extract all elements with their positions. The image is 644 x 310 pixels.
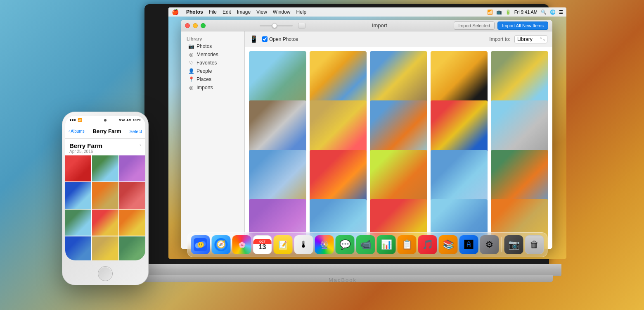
menu-edit[interactable]: Edit xyxy=(223,9,231,15)
photo-thumb[interactable] xyxy=(310,100,367,158)
photo-grid xyxy=(245,47,552,249)
sidebar-item-people[interactable]: 👤 People xyxy=(182,67,243,75)
photo-thumb[interactable] xyxy=(431,100,488,158)
sidebar-item-places[interactable]: 📍 Places xyxy=(182,75,243,83)
back-chevron-icon: ‹ xyxy=(69,129,70,134)
iphone-photo[interactable] xyxy=(92,182,118,208)
dock-photos[interactable]: 🌸 xyxy=(232,235,251,254)
svg-text:🌸: 🌸 xyxy=(238,241,246,248)
menu-image[interactable]: Image xyxy=(237,9,251,15)
photo-thumb[interactable] xyxy=(370,100,427,158)
dock-notes[interactable]: 📝 xyxy=(274,235,293,254)
iphone-screen: ●●● 📶 9:41 AM 100% ‹ Albums Berry Farm S… xyxy=(65,116,145,260)
iphone-body: ●●● 📶 9:41 AM 100% ‹ Albums Berry Farm S… xyxy=(62,112,149,285)
import-selected-button[interactable]: Import Selected xyxy=(454,21,495,30)
photo-thumb[interactable] xyxy=(491,51,548,109)
iphone-home-button[interactable] xyxy=(98,266,113,281)
iphone-album-title: Berry Farm xyxy=(69,142,141,149)
dock-itunes[interactable]: 🎵 xyxy=(418,235,437,254)
search-icon[interactable]: 🔍 xyxy=(541,10,547,15)
photo-thumb[interactable] xyxy=(249,100,306,158)
dock-finder[interactable]: 🙂 xyxy=(191,235,210,254)
imports-sidebar-icon: ◎ xyxy=(188,85,194,91)
places-sidebar-icon: 📍 xyxy=(188,76,194,82)
dock-trash[interactable]: 🗑 xyxy=(525,235,544,254)
iphone-select-button[interactable]: Select xyxy=(129,129,142,134)
photos-window: Import Import Selected Import All New It… xyxy=(181,20,552,249)
dock-safari[interactable]: 🧭 xyxy=(212,235,231,254)
iphone-photo[interactable] xyxy=(65,210,91,236)
maximize-button[interactable] xyxy=(201,23,206,28)
iphone-photo[interactable] xyxy=(92,210,118,236)
window-title: Import xyxy=(357,22,402,29)
iphone-photo[interactable] xyxy=(119,210,145,236)
dock-keynote[interactable]: 📋 xyxy=(398,235,417,254)
dock-calendar[interactable]: OCT 13 xyxy=(253,235,272,254)
iphone-photo[interactable] xyxy=(119,155,145,181)
menu-view[interactable]: View xyxy=(256,9,267,15)
dock-facetime[interactable]: 📹 xyxy=(356,235,375,254)
iphone-photo[interactable] xyxy=(65,236,91,260)
iphone-photo[interactable] xyxy=(92,155,118,181)
dock-numbers[interactable]: 📊 xyxy=(377,235,396,254)
phone-device-icon: 📱 xyxy=(250,35,258,43)
svg-text:📝: 📝 xyxy=(279,241,287,248)
dock-camera2[interactable]: 📷 xyxy=(504,235,523,254)
dock-pinwheel[interactable]: 🎡 xyxy=(315,235,334,254)
minimize-button[interactable] xyxy=(193,23,198,28)
open-photos-label[interactable]: Open Photos xyxy=(262,36,298,42)
photo-thumb[interactable] xyxy=(491,100,548,158)
photo-thumb[interactable] xyxy=(310,51,367,109)
photo-thumb[interactable] xyxy=(310,150,367,207)
menu-help[interactable]: Help xyxy=(296,9,307,15)
photo-thumb[interactable] xyxy=(431,150,488,207)
world-icon[interactable]: 🌐 xyxy=(550,10,556,15)
iphone-photo[interactable] xyxy=(65,182,91,208)
iphone-photo[interactable] xyxy=(119,236,145,260)
memories-sidebar-icon: ◎ xyxy=(188,52,194,57)
window-content: Library 📷 Photos ◎ Memories ♡ Favorites xyxy=(181,31,552,249)
view-toggle-btn[interactable] xyxy=(298,23,305,29)
sidebar-item-memories[interactable]: ◎ Memories xyxy=(182,50,243,59)
iphone-photo[interactable] xyxy=(119,182,145,208)
macbook-bottom-bezel xyxy=(124,264,561,276)
photo-thumb[interactable] xyxy=(370,150,427,207)
import-all-button[interactable]: Import All New Items xyxy=(497,21,548,30)
photos-sidebar-icon: 📷 xyxy=(188,43,194,49)
sidebar-item-favorites[interactable]: ♡ Favorites xyxy=(182,59,243,67)
dock-ibooks[interactable]: 📚 xyxy=(439,235,458,254)
sidebar-item-imports[interactable]: ◎ Imports xyxy=(182,83,243,92)
iphone-back-label: Albums xyxy=(71,129,84,134)
apple-menu-icon[interactable]: 🍎 xyxy=(172,9,179,15)
macbook-screen: 🍎 Photos File Edit Image View Window Hel… xyxy=(168,7,566,259)
menu-file[interactable]: File xyxy=(209,9,217,15)
menu-window[interactable]: Window xyxy=(273,9,291,15)
sidebar-item-photos[interactable]: 📷 Photos xyxy=(182,42,243,50)
photo-thumb[interactable] xyxy=(249,51,306,109)
dock-appstore[interactable]: 🅰 xyxy=(459,235,478,254)
photo-thumb[interactable] xyxy=(249,150,306,207)
import-to-select[interactable]: Library xyxy=(514,35,547,43)
dock-settings[interactable]: ⚙ xyxy=(480,235,499,254)
import-toolbar: 📱 Open Photos Import to: Library ⌃⌄ xyxy=(245,31,552,47)
open-photos-checkbox[interactable] xyxy=(262,36,268,42)
photo-thumb[interactable] xyxy=(370,51,427,109)
list-icon[interactable]: ☰ xyxy=(559,10,563,15)
clock: Fri 9:41 AM xyxy=(514,10,537,14)
app-menu-photos[interactable]: Photos xyxy=(186,9,203,15)
dock-weather[interactable]: 🌡 xyxy=(294,235,313,254)
iphone-photo[interactable] xyxy=(65,155,91,181)
dock-messages[interactable]: 💬 xyxy=(336,235,355,254)
import-area: 📱 Open Photos Import to: Library ⌃⌄ xyxy=(245,31,552,249)
menubar: 🍎 Photos File Edit Image View Window Hel… xyxy=(168,7,566,17)
iphone-photo[interactable] xyxy=(92,236,118,260)
sidebar-imports-label: Imports xyxy=(197,85,213,91)
close-button[interactable] xyxy=(185,23,190,28)
import-to-dropdown-wrapper[interactable]: Library ⌃⌄ xyxy=(514,35,547,43)
iphone-back-button[interactable]: ‹ Albums xyxy=(69,129,85,134)
photo-thumb[interactable] xyxy=(491,150,548,207)
iphone-navbar: ‹ Albums Berry Farm Select xyxy=(65,124,145,139)
photo-thumb[interactable] xyxy=(431,51,488,109)
zoom-slider[interactable] xyxy=(260,25,293,26)
sidebar-photos-label: Photos xyxy=(197,43,212,49)
